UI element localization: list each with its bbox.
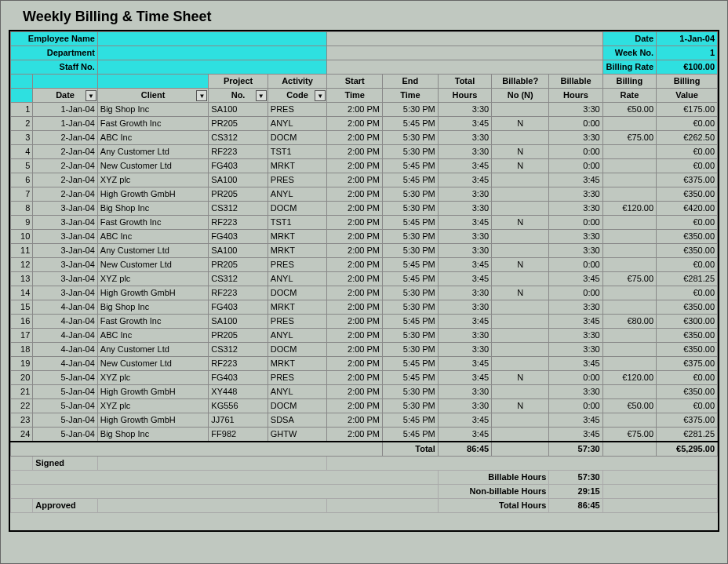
cell-client[interactable]: ABC Inc (97, 131, 209, 145)
cell-client[interactable]: Fast Growth Inc (97, 216, 209, 230)
cell-client[interactable]: High Growth GmbH (97, 385, 209, 399)
cell-activity[interactable]: MRKT (268, 244, 326, 258)
cell-client[interactable]: XYZ plc (97, 173, 209, 187)
cell-project[interactable]: FG403 (209, 230, 268, 244)
cell-activity[interactable]: PRES (268, 103, 326, 117)
cell-client[interactable]: High Growth GmbH (97, 187, 209, 202)
cell-project[interactable]: RF223 (209, 145, 268, 159)
cell-billing-rate[interactable]: €75.00 (602, 131, 656, 145)
cell-client[interactable]: New Customer Ltd (97, 357, 209, 371)
cell-client[interactable]: ABC Inc (97, 230, 209, 244)
cell-client[interactable]: Fast Growth Inc (97, 117, 209, 131)
cell-end[interactable]: 5:30 PM (383, 329, 439, 343)
cell-date[interactable]: 3-Jan-04 (33, 286, 98, 300)
cell-client[interactable]: Any Customer Ltd (97, 343, 209, 357)
cell-date[interactable]: 1-Jan-04 (33, 103, 98, 117)
cell-billable-flag[interactable] (492, 103, 549, 117)
cell-client[interactable]: XYZ plc (97, 272, 209, 286)
cell-billable-flag[interactable]: N (492, 145, 549, 159)
cell-project[interactable]: RF223 (209, 286, 268, 300)
cell-billing-rate[interactable] (602, 173, 656, 187)
cell-client[interactable]: XYZ plc (97, 399, 209, 413)
cell-activity[interactable]: TST1 (268, 145, 326, 159)
cell-project[interactable]: SA100 (209, 315, 268, 329)
cell-end[interactable]: 5:45 PM (383, 315, 439, 329)
cell-activity[interactable]: DOCM (268, 343, 326, 357)
cell-date[interactable]: 5-Jan-04 (33, 371, 98, 385)
cell-activity[interactable]: ANYL (268, 272, 326, 286)
cell-end[interactable]: 5:30 PM (383, 202, 439, 216)
cell-end[interactable]: 5:45 PM (383, 272, 439, 286)
cell-end[interactable]: 5:30 PM (383, 145, 439, 159)
cell-start[interactable]: 2:00 PM (327, 329, 383, 343)
cell-end[interactable]: 5:45 PM (383, 258, 439, 272)
cell-start[interactable]: 2:00 PM (327, 286, 383, 300)
cell-billable-flag[interactable] (492, 173, 549, 187)
cell-project[interactable]: PR205 (209, 258, 268, 272)
filter-icon[interactable]: ▼ (256, 90, 267, 101)
cell-billable-flag[interactable] (492, 187, 549, 202)
cell-project[interactable]: FG403 (209, 300, 268, 315)
cell-project[interactable]: SA100 (209, 103, 268, 117)
cell-end[interactable]: 5:45 PM (383, 117, 439, 131)
cell-billing-rate[interactable]: €80.00 (602, 315, 656, 329)
cell-end[interactable]: 5:30 PM (383, 131, 439, 145)
cell-end[interactable]: 5:30 PM (383, 343, 439, 357)
cell-project[interactable]: CS312 (209, 202, 268, 216)
cell-client[interactable]: High Growth GmbH (97, 286, 209, 300)
cell-end[interactable]: 5:30 PM (383, 286, 439, 300)
cell-activity[interactable]: MRKT (268, 300, 326, 315)
cell-date[interactable]: 5-Jan-04 (33, 428, 98, 442)
cell-activity[interactable]: MRKT (268, 357, 326, 371)
approved-line[interactable] (97, 499, 326, 513)
cell-billing-rate[interactable] (602, 216, 656, 230)
cell-client[interactable]: Any Customer Ltd (97, 145, 209, 159)
cell-activity[interactable]: TST1 (268, 216, 326, 230)
cell-start[interactable]: 2:00 PM (327, 145, 383, 159)
cell-start[interactable]: 2:00 PM (327, 202, 383, 216)
cell-date[interactable]: 4-Jan-04 (33, 343, 98, 357)
cell-billable-flag[interactable]: N (492, 117, 549, 131)
cell-project[interactable]: RF223 (209, 357, 268, 371)
cell-billing-rate[interactable]: €120.00 (602, 371, 656, 385)
cell-billing-rate[interactable] (602, 258, 656, 272)
cell-billing-rate[interactable] (602, 413, 656, 428)
col-date[interactable]: Date▼ (33, 89, 98, 103)
cell-start[interactable]: 2:00 PM (327, 343, 383, 357)
cell-activity[interactable]: DOCM (268, 202, 326, 216)
cell-start[interactable]: 2:00 PM (327, 385, 383, 399)
cell-client[interactable]: Big Shop Inc (97, 103, 209, 117)
cell-start[interactable]: 2:00 PM (327, 399, 383, 413)
cell-end[interactable]: 5:30 PM (383, 399, 439, 413)
cell-start[interactable]: 2:00 PM (327, 371, 383, 385)
cell-activity[interactable]: ANYL (268, 187, 326, 202)
cell-end[interactable]: 5:45 PM (383, 357, 439, 371)
cell-date[interactable]: 4-Jan-04 (33, 357, 98, 371)
col-project-2[interactable]: No.▼ (209, 89, 268, 103)
signed-line[interactable] (97, 457, 326, 471)
col-activity-2[interactable]: Code▼ (268, 89, 326, 103)
cell-client[interactable]: Fast Growth Inc (97, 315, 209, 329)
cell-date[interactable]: 4-Jan-04 (33, 315, 98, 329)
filter-icon[interactable]: ▼ (196, 90, 207, 101)
cell-date[interactable]: 2-Jan-04 (33, 131, 98, 145)
cell-billable-flag[interactable] (492, 428, 549, 442)
cell-activity[interactable]: PRES (268, 173, 326, 187)
cell-date[interactable]: 3-Jan-04 (33, 258, 98, 272)
cell-activity[interactable]: PRES (268, 315, 326, 329)
cell-activity[interactable]: ANYL (268, 385, 326, 399)
cell-project[interactable]: FG403 (209, 371, 268, 385)
cell-client[interactable]: High Growth GmbH (97, 413, 209, 428)
cell-date[interactable]: 2-Jan-04 (33, 145, 98, 159)
cell-activity[interactable]: SDSA (268, 413, 326, 428)
cell-billing-rate[interactable] (602, 230, 656, 244)
cell-project[interactable]: SA100 (209, 244, 268, 258)
cell-date[interactable]: 4-Jan-04 (33, 300, 98, 315)
cell-project[interactable]: FF982 (209, 428, 268, 442)
cell-end[interactable]: 5:45 PM (383, 173, 439, 187)
cell-project[interactable]: RF223 (209, 216, 268, 230)
cell-billing-rate[interactable]: €50.00 (602, 399, 656, 413)
cell-billable-flag[interactable]: N (492, 399, 549, 413)
cell-billable-flag[interactable]: N (492, 159, 549, 173)
cell-date[interactable]: 3-Jan-04 (33, 230, 98, 244)
